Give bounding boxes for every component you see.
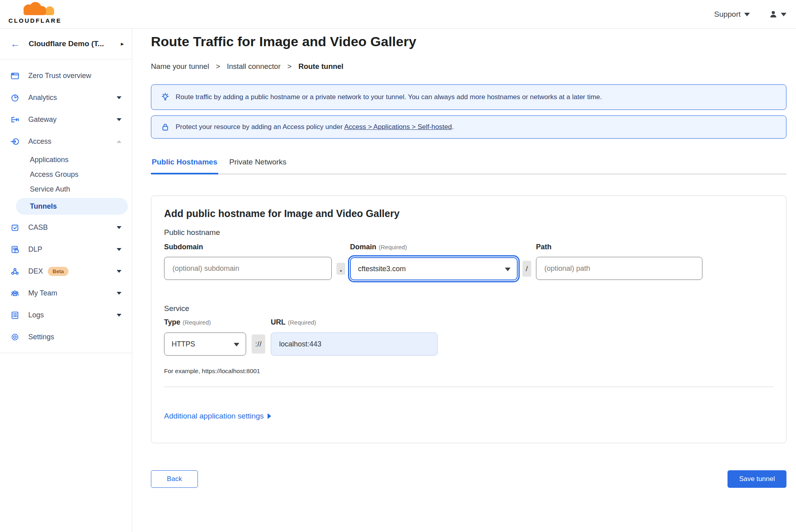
tab-private-networks[interactable]: Private Networks (229, 158, 287, 174)
sidebar-item-casb[interactable]: CASB (0, 217, 132, 239)
required-note: (Required) (288, 319, 316, 326)
sidebar-item-label: Applications (30, 156, 68, 164)
path-input[interactable] (536, 257, 702, 280)
document-lock-icon (10, 245, 20, 254)
sidebar-item-applications[interactable]: Applications (0, 153, 132, 167)
url-input[interactable] (271, 332, 438, 356)
team-name[interactable]: Cloudflare Demo (T... (29, 39, 121, 48)
sidebar-item-access[interactable]: Access (0, 131, 132, 153)
collapse-sidebar-icon[interactable]: ▸ (121, 40, 124, 47)
url-field-group: URL(Required) (271, 317, 438, 356)
lock-icon (161, 123, 170, 131)
sidebar-nav: Zero Trust overview Analytics Gateway Ac… (0, 59, 132, 353)
path-label: Path (536, 242, 702, 252)
tip-banner: Route traffic by adding a public hostnam… (151, 84, 786, 110)
sidebar-item-tunnels-active[interactable]: Tunnels (16, 198, 128, 215)
cloudflare-logo[interactable]: CLOUDFLARE (7, 2, 63, 24)
tip-banner-text: Route traffic by adding a public hostnam… (176, 93, 602, 101)
protocol-separator: :// (252, 334, 265, 354)
beta-badge: Beta (48, 267, 68, 276)
public-hostname-card: Add public hostname for Image and Video … (151, 196, 786, 443)
service-field-row: Type(Required) HTTPS :// URL(Required) (164, 317, 773, 356)
service-section-label: Service (164, 303, 773, 314)
service-type-select[interactable]: HTTPS (164, 332, 246, 356)
topbar-right: Support (714, 0, 786, 29)
sidebar-item-label: Gateway (28, 115, 117, 124)
additional-application-settings-toggle[interactable]: Additional application settings (164, 412, 271, 421)
url-label: URL(Required) (271, 317, 438, 328)
sidebar-item-label: Settings (28, 333, 121, 341)
support-label: Support (714, 10, 741, 19)
sidebar: ← Cloudflare Demo (T... ▸ Zero Trust ove… (0, 29, 132, 532)
support-menu[interactable]: Support (714, 10, 750, 19)
sidebar-item-analytics[interactable]: Analytics (0, 87, 132, 109)
sidebar-item-my-team[interactable]: My Team (0, 282, 132, 304)
sidebar-item-label: Logs (28, 311, 117, 319)
window-icon (10, 71, 20, 80)
main-content: ← Back to Tunnels Route Traffic for Imag… (132, 0, 796, 488)
chevron-down-icon (117, 314, 121, 317)
public-hostname-section-label: Public hostname (164, 227, 773, 238)
service-type-value: HTTPS (172, 340, 195, 348)
breadcrumb: Name your tunnel > Install connector > R… (151, 62, 786, 71)
access-icon (10, 137, 20, 146)
path-field-group: Path (536, 242, 702, 280)
card-heading: Add public hostname for Image and Video … (164, 208, 773, 219)
sidebar-item-dex[interactable]: DEX Beta (0, 260, 132, 282)
step-name-your-tunnel[interactable]: Name your tunnel (151, 62, 209, 71)
domain-label-text: Domain (350, 243, 376, 251)
team-header: ← Cloudflare Demo (T... ▸ (0, 29, 132, 59)
sidebar-item-access-groups[interactable]: Access Groups (0, 167, 132, 182)
cloudflare-cloud-icon (11, 2, 59, 16)
list-document-icon (10, 311, 20, 320)
type-label: Type(Required) (164, 317, 246, 328)
analytics-pie-icon (10, 93, 20, 102)
banner-text: Protect your resource by adding an Acces… (176, 123, 343, 131)
chevron-down-icon (234, 343, 239, 346)
chevron-right-icon (268, 413, 271, 419)
sidebar-item-label: My Team (28, 289, 117, 297)
chevron-down-icon (117, 96, 121, 99)
card-divider (164, 387, 773, 387)
sidebar-item-label: Service Auth (30, 185, 70, 194)
domain-label: Domain(Required) (350, 242, 518, 252)
gear-icon (10, 332, 20, 342)
type-field-group: Type(Required) HTTPS (164, 317, 246, 356)
chevron-down-icon (117, 226, 121, 229)
domain-select[interactable]: cftestsite3.com (350, 257, 518, 280)
chevron-up-icon (117, 140, 121, 143)
sidebar-item-gateway[interactable]: Gateway (0, 109, 132, 131)
sidebar-item-dlp[interactable]: DLP (0, 239, 132, 260)
page-title: Route Traffic for Image and Video Galler… (151, 33, 786, 50)
subdomain-input[interactable] (164, 257, 332, 280)
people-icon (10, 289, 20, 298)
sidebar-item-service-auth[interactable]: Service Auth (0, 182, 132, 197)
access-applications-self-hosted-link[interactable]: Access > Applications > Self-hosted (344, 123, 452, 131)
slash-separator: / (522, 261, 531, 277)
sidebar-item-logs[interactable]: Logs (0, 304, 132, 326)
lightbulb-icon (161, 93, 170, 102)
casb-check-icon (10, 223, 20, 232)
chevron-down-icon (117, 270, 121, 273)
sidebar-item-label: Zero Trust overview (28, 72, 121, 80)
chevron-down-icon (744, 13, 750, 16)
save-tunnel-button[interactable]: Save tunnel (728, 470, 786, 488)
sidebar-item-label: DEX (28, 267, 43, 276)
sidebar-item-label: Analytics (28, 94, 117, 102)
back-button[interactable]: Back (151, 470, 198, 488)
sidebar-item-label: CASB (28, 223, 117, 232)
chevron-down-icon (781, 13, 786, 16)
chevron-down-icon (117, 248, 121, 251)
breadcrumb-separator: > (287, 62, 292, 71)
sidebar-item-label: Access (28, 137, 117, 146)
sidebar-item-zero-trust-overview[interactable]: Zero Trust overview (0, 65, 132, 87)
sidebar-item-settings[interactable]: Settings (0, 326, 132, 348)
top-bar: CLOUDFLARE Support (0, 0, 796, 29)
user-menu[interactable] (769, 10, 786, 19)
tab-public-hostnames[interactable]: Public Hostnames (151, 158, 218, 174)
network-nodes-icon (10, 267, 20, 276)
sidebar-item-label: Tunnels (30, 202, 57, 211)
back-arrow-icon[interactable]: ← (10, 39, 20, 49)
required-note: (Required) (379, 244, 407, 250)
step-install-connector[interactable]: Install connector (227, 62, 281, 71)
